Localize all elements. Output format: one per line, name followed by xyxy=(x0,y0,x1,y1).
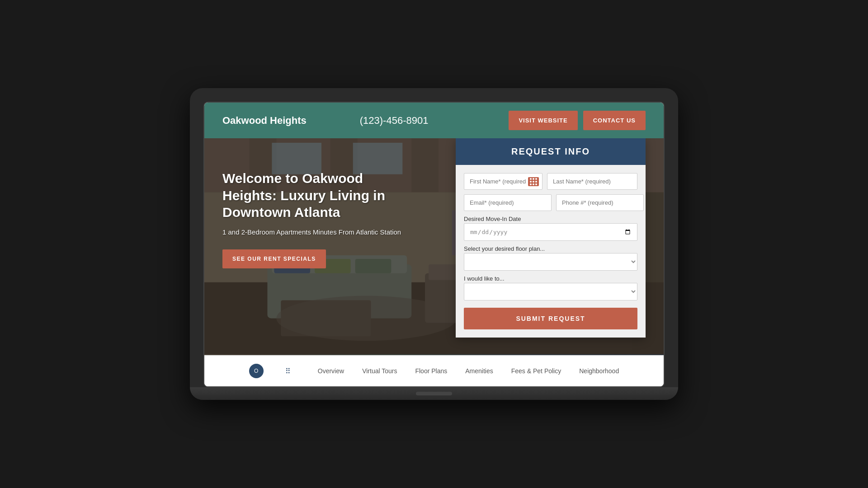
nav-brand-icon: O xyxy=(249,364,264,378)
email-input[interactable] xyxy=(464,194,552,211)
website: Oakwood Heights (123)-456-8901 VISIT WEB… xyxy=(204,103,664,386)
header-phone: (123)-456-8901 xyxy=(360,115,429,127)
form-icon xyxy=(528,177,539,186)
request-form-container: REQUEST INFO xyxy=(456,138,646,355)
hero-content: Welcome to Oakwood Heights: Luxury Livin… xyxy=(222,170,412,268)
nav-dots-icon: ⠿ xyxy=(285,367,291,375)
last-name-input[interactable] xyxy=(547,173,637,190)
hero-subtitle: 1 and 2-Bedroom Apartments Minutes From … xyxy=(222,228,412,236)
interest-select[interactable] xyxy=(464,283,637,300)
laptop-notch xyxy=(416,392,452,395)
bottom-nav: O ⠿ Overview Virtual Tours Floor Plans A… xyxy=(204,355,664,386)
nav-item-neighborhood[interactable]: Neighborhood xyxy=(579,367,619,375)
nav-item-fees[interactable]: Fees & Pet Policy xyxy=(511,367,561,375)
form-body: Desired Move-In Date Select your desired… xyxy=(456,165,646,338)
contact-us-button[interactable]: CONTACT US xyxy=(583,111,646,130)
floor-plan-group: Select your desired floor plan... xyxy=(464,245,637,271)
hero-title: Welcome to Oakwood Heights: Luxury Livin… xyxy=(222,170,412,221)
laptop-base xyxy=(190,387,678,400)
form-title: REQUEST INFO xyxy=(456,138,646,165)
submit-button[interactable]: SUBMIT REQUEST xyxy=(464,308,637,329)
nav-item-amenities[interactable]: Amenities xyxy=(465,367,493,375)
site-logo: Oakwood Heights xyxy=(222,115,307,127)
site-header: Oakwood Heights (123)-456-8901 VISIT WEB… xyxy=(204,103,664,138)
header-buttons: VISIT WEBSITE CONTACT US xyxy=(509,111,646,130)
move-in-label: Desired Move-In Date xyxy=(464,216,637,222)
interest-group: I would like to... xyxy=(464,275,637,300)
nav-item-overview[interactable]: Overview xyxy=(318,367,344,375)
floor-plan-select[interactable] xyxy=(464,253,637,271)
contact-row xyxy=(464,194,637,211)
request-form: REQUEST INFO xyxy=(456,138,646,338)
interest-label: I would like to... xyxy=(464,275,637,282)
nav-item-floor-plans[interactable]: Floor Plans xyxy=(415,367,447,375)
hero-section: Welcome to Oakwood Heights: Luxury Livin… xyxy=(204,138,664,355)
rent-specials-button[interactable]: SEE OUR RENT SPECIALS xyxy=(222,249,326,268)
nav-item-virtual-tours[interactable]: Virtual Tours xyxy=(362,367,397,375)
move-in-date-input[interactable] xyxy=(464,223,637,241)
laptop-frame: Oakwood Heights (123)-456-8901 VISIT WEB… xyxy=(190,88,678,400)
first-name-wrapper xyxy=(464,173,542,190)
phone-input[interactable] xyxy=(556,194,644,211)
name-row xyxy=(464,173,637,190)
laptop-screen: Oakwood Heights (123)-456-8901 VISIT WEB… xyxy=(203,102,665,387)
floor-plan-label: Select your desired floor plan... xyxy=(464,245,637,252)
visit-website-button[interactable]: VISIT WEBSITE xyxy=(509,111,577,130)
move-in-group: Desired Move-In Date xyxy=(464,216,637,241)
dot-grid-icon xyxy=(530,178,537,185)
